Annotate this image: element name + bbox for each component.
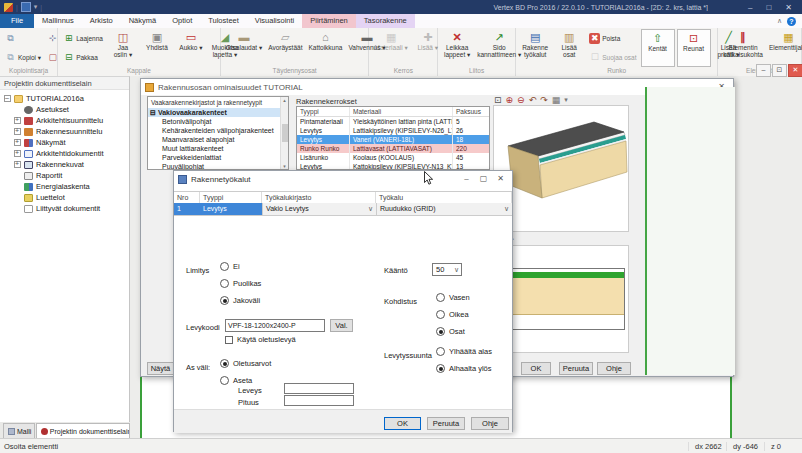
library-list-item[interactable]: Muut lattiarakenteet: [148, 144, 281, 153]
ribbon-button[interactable]: Lisää osat: [553, 29, 585, 67]
ribbon-button[interactable]: Reunat: [677, 29, 711, 67]
tree-item[interactable]: Näkymät: [2, 137, 129, 148]
tree-item[interactable]: Luettelot: [2, 192, 129, 203]
layer-row[interactable]: Levytys Kattokipsilevy (KIPSILEVY-N13_K)…: [297, 162, 489, 170]
preview-toolbar-icon[interactable]: [540, 95, 548, 105]
preview-toolbar-icon[interactable]: [494, 95, 502, 105]
tree-item[interactable]: Raportit: [2, 170, 129, 181]
properties-show-button[interactable]: Näytä: [147, 362, 174, 375]
menu-tab[interactable]: File: [0, 14, 34, 28]
scroll-up-icon[interactable]: ▴: [283, 97, 286, 103]
collapse-ribbon-icon[interactable]: ∧: [777, 17, 782, 25]
tree-item[interactable]: Rakennesuunnittelu: [2, 126, 129, 137]
menu-tab[interactable]: Mallinnus: [34, 14, 82, 28]
ribbon-button[interactable]: [3, 29, 43, 48]
tool-dropdown[interactable]: Ruudukko (GRID): [376, 203, 512, 215]
ribbon-button[interactable]: Laajenna: [61, 29, 105, 48]
layer-row[interactable]: Lisärunko Koolaus (KOOLAUS) 45: [297, 153, 489, 162]
tree-root-item[interactable]: TUTORIAL2016a: [2, 93, 129, 104]
kayta-oletuslevya-row[interactable]: Käytä oletuslevyä: [225, 335, 296, 344]
radio-option[interactable]: Puolikas: [220, 275, 261, 292]
properties-help-button[interactable]: Ohje: [597, 362, 631, 375]
mdi-restore-button[interactable]: ⊡: [772, 64, 787, 77]
library-list-item[interactable]: Parvekkeidenlattiat: [148, 153, 281, 162]
radio-option[interactable]: Osat: [436, 323, 470, 340]
properties-cancel-button[interactable]: Peruuta: [559, 362, 593, 375]
tab-projektin-dokumenttiselain[interactable]: Projektin dokumenttiselain: [36, 423, 130, 438]
menu-tab[interactable]: Piirtäminen: [302, 14, 356, 28]
ribbon-button[interactable]: Kentät: [641, 29, 675, 67]
layer-row[interactable]: Pintamateriaali Yleiskäyttöinen lattian …: [297, 117, 489, 126]
library-list-item[interactable]: ⊟ Vakiovaakarakenteet: [148, 108, 281, 117]
layer-row[interactable]: Levytys Lattiakipsilevy (KIPSILEVY-N26_L…: [297, 126, 489, 135]
menu-tab[interactable]: Visualisointi: [247, 14, 302, 28]
library-list-item[interactable]: Puuvälipohjat: [148, 162, 281, 170]
properties-ok-button[interactable]: OK: [521, 362, 551, 375]
collapse-box-icon[interactable]: [4, 95, 11, 102]
radio-option[interactable]: Ylhäältä alas: [436, 343, 492, 360]
scrollbar-thumb[interactable]: [282, 124, 288, 142]
pituus-input[interactable]: [284, 395, 354, 406]
preview-3d[interactable]: [493, 105, 629, 232]
radio-option[interactable]: Alhaalta ylös: [436, 360, 492, 377]
ribbon-button[interactable]: Kopioi ▾: [3, 48, 43, 67]
tree-item[interactable]: Liittyvät dokumentit: [2, 203, 129, 214]
menu-tab[interactable]: Optiot: [164, 14, 200, 28]
preview-toolbar-icon[interactable]: [564, 94, 568, 105]
menu-tab[interactable]: Arkisto: [82, 14, 121, 28]
maximize-window-button[interactable]: □: [766, 3, 771, 12]
ribbon-button[interactable]: Elementtijako: [767, 29, 802, 67]
expand-box-icon[interactable]: [14, 205, 21, 212]
help-icon[interactable]: ?: [787, 17, 796, 26]
ribbon-button[interactable]: Leikkaa lappeet ▾: [441, 29, 473, 67]
expand-box-icon[interactable]: [14, 150, 21, 157]
expand-box-icon[interactable]: [14, 128, 21, 135]
ribbon-button[interactable]: Rakenne työkalut: [519, 29, 551, 67]
layer-row[interactable]: Levytys Vaneri (VANERI-18L) 18: [297, 135, 489, 144]
mdi-close-button[interactable]: ✕: [788, 64, 802, 77]
preview-toolbar-icon[interactable]: [529, 95, 537, 105]
expand-box-icon[interactable]: [14, 117, 21, 124]
ribbon-button[interactable]: Aukko ▾: [175, 29, 207, 67]
library-list-item[interactable]: Betonivälipohjat: [148, 117, 281, 126]
tree-item[interactable]: Arkkitehtisuunnittelu: [2, 115, 129, 126]
expand-box-icon[interactable]: [14, 194, 21, 201]
radio-option[interactable]: Oletusarvot: [220, 355, 271, 372]
app-icon[interactable]: [4, 3, 13, 12]
preview-2d[interactable]: [493, 245, 629, 353]
tree-item[interactable]: Energialaskenta: [2, 181, 129, 192]
library-list-item[interactable]: Maanvaraiset alapohjat: [148, 135, 281, 144]
tools-table-row[interactable]: 1 Levytys Vakio Levytys Ruudukko (GRID): [174, 203, 512, 215]
radio-option[interactable]: Vasen: [436, 289, 470, 306]
tree-item[interactable]: Asetukset: [2, 104, 129, 115]
kaanto-dropdown[interactable]: 50: [432, 263, 462, 276]
tool-library-dropdown[interactable]: Vakio Levytys: [262, 203, 376, 215]
preview-toolbar-icon[interactable]: [552, 95, 561, 105]
expand-box-icon[interactable]: [14, 161, 21, 168]
menu-tab[interactable]: Näkymä: [121, 14, 165, 28]
tree-item[interactable]: Arkkitehtidokumentit: [2, 148, 129, 159]
ribbon-button[interactable]: Kattoikkuna: [306, 29, 344, 67]
ribbon-button[interactable]: Poista: [587, 29, 638, 48]
levykoodi-input[interactable]: VPF-18-1200x2400-P: [225, 319, 325, 332]
expand-box-icon[interactable]: [14, 183, 21, 190]
save-icon[interactable]: [21, 2, 31, 12]
ribbon-button[interactable]: Avoräystäät: [266, 29, 304, 67]
ribbon-button[interactable]: Pakkaa: [61, 48, 105, 67]
minimize-window-button[interactable]: –: [748, 3, 752, 12]
tools-minimize-button[interactable]: –: [459, 173, 474, 185]
ribbon-button[interactable]: Yhdistä: [141, 29, 173, 67]
library-list-item[interactable]: Kehärakenteiden välipohjarakenteet: [148, 126, 281, 135]
radio-option[interactable]: Ei: [220, 258, 261, 275]
mdi-minimize-button[interactable]: –: [756, 64, 771, 77]
tools-maximize-button[interactable]: ▢: [476, 173, 491, 185]
preview-toolbar-icon[interactable]: [506, 95, 514, 105]
expand-box-icon[interactable]: [14, 172, 21, 179]
radio-option[interactable]: Oikea: [436, 306, 470, 323]
tools-ok-button[interactable]: OK: [384, 417, 421, 430]
menu-tab[interactable]: Tulosteet: [200, 14, 247, 28]
expand-box-icon[interactable]: [14, 106, 21, 113]
ribbon-button[interactable]: Otsalaudat ▾: [224, 29, 265, 67]
tools-help-button[interactable]: Ohje: [471, 417, 509, 430]
menu-tab[interactable]: Tasorakenne: [356, 14, 415, 28]
